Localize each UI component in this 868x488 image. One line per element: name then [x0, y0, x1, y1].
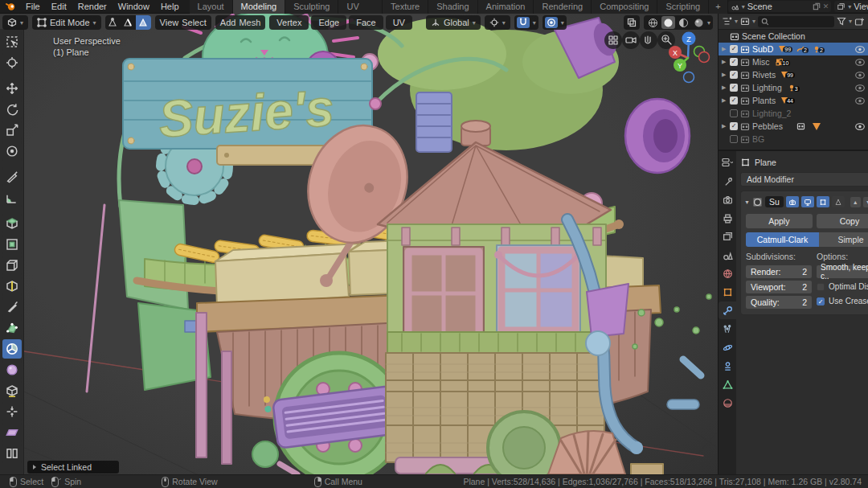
realtime-visibility-toggle[interactable] — [801, 196, 814, 207]
tab-physics[interactable] — [719, 338, 736, 356]
outliner-row-misc[interactable]: ▶ ✓ Misc 10 — [719, 55, 868, 68]
use-creases-row[interactable]: ✓ Use Creases — [817, 295, 868, 307]
edge-menu-button[interactable]: Edge — [311, 15, 346, 30]
tab-sculpting[interactable]: Sculpting — [285, 0, 338, 14]
tab-world[interactable] — [719, 265, 736, 282]
menu-view[interactable]: View — [160, 18, 179, 27]
outliner-row-rivets[interactable]: ▶ ✓ Rivets 99 — [719, 68, 868, 81]
expand-down-icon[interactable]: ▼ — [744, 199, 750, 205]
expand-icon[interactable]: ▶ — [722, 84, 727, 91]
transform-orientation[interactable]: Global ▾ — [426, 15, 481, 30]
operator-panel-collapsed[interactable]: Select Linked — [27, 461, 119, 474]
viewport-scene[interactable]: Suzie's — [0, 14, 718, 474]
eye-icon[interactable] — [855, 59, 865, 66]
outliner-search[interactable] — [758, 16, 834, 27]
editor-type-button[interactable]: ▾ — [2, 15, 28, 30]
apply-button[interactable]: Apply — [746, 214, 813, 228]
tool-edge-slide[interactable] — [2, 381, 22, 400]
tab-modeling[interactable]: Modeling — [233, 0, 286, 14]
tool-shear[interactable] — [2, 423, 22, 442]
scene-collection-row[interactable]: Scene Collection — [719, 30, 868, 43]
expand-icon[interactable]: ▶ — [722, 123, 727, 129]
outliner-row-bg[interactable]: BG — [719, 133, 868, 146]
move-modifier-down-button[interactable]: ▼ — [863, 197, 868, 207]
view-layer-selector[interactable]: ▾ View Layer ✕ — [834, 1, 868, 12]
tab-rendering[interactable]: Rendering — [534, 0, 592, 14]
outliner-row-plants[interactable]: ▶ ✓ Plants 44 — [719, 94, 868, 107]
editor-type-button[interactable] — [719, 154, 736, 171]
menu-mesh[interactable]: Mesh — [239, 18, 260, 27]
tab-layout[interactable]: Layout — [190, 0, 233, 14]
menu-render[interactable]: Render — [72, 0, 113, 14]
copy-button[interactable]: Copy — [817, 214, 868, 228]
expand-icon[interactable]: ▶ — [722, 97, 727, 104]
search-input[interactable] — [772, 16, 831, 27]
rendered-shading-icon[interactable] — [692, 16, 706, 29]
tool-annotate[interactable] — [2, 167, 22, 187]
add-modifier-dropdown[interactable]: Add Modifier ▾ — [740, 172, 868, 187]
add-workspace-button[interactable]: + — [709, 0, 727, 14]
pivot-point-button[interactable]: ▾ — [485, 15, 510, 30]
tab-texture-paint[interactable]: Texture Paint — [383, 0, 428, 14]
checkbox-checked[interactable]: ✓ — [730, 71, 738, 79]
tool-knife[interactable] — [2, 297, 22, 317]
quality-field[interactable]: Quality: 2 — [746, 296, 812, 309]
viewport-subdivisions-field[interactable]: Viewport: 2 — [746, 281, 812, 293]
scene-selector[interactable]: ▾ Scene ✕ — [728, 1, 832, 12]
menu-edit[interactable]: Edit — [46, 0, 72, 14]
checkbox-checked[interactable]: ✓ — [730, 122, 738, 130]
tool-select-box[interactable] — [2, 32, 22, 51]
display-mode-icon[interactable] — [722, 17, 732, 26]
menu-help[interactable]: Help — [155, 0, 185, 14]
proportional-edit-icon[interactable] — [545, 17, 558, 28]
expand-icon[interactable]: ▶ — [722, 59, 727, 65]
move-modifier-up-button[interactable]: ▲ — [850, 197, 861, 207]
tool-spin[interactable] — [2, 339, 22, 359]
scene-name[interactable]: Scene — [747, 2, 810, 11]
uv-smooth-dropdown[interactable]: Smooth, keep c.. ▾ — [817, 265, 868, 278]
menu-file[interactable]: File — [20, 0, 46, 14]
tab-output[interactable] — [719, 209, 736, 227]
tab-scene[interactable] — [719, 246, 736, 264]
tab-constraints[interactable] — [719, 357, 736, 375]
tool-poly-build[interactable] — [2, 318, 22, 338]
material-preview-icon[interactable] — [677, 16, 690, 29]
blender-logo-icon[interactable] — [0, 2, 20, 11]
eye-icon[interactable] — [855, 72, 865, 79]
face-select-icon[interactable] — [136, 15, 151, 30]
tool-bevel[interactable] — [2, 256, 22, 275]
render-visibility-toggle[interactable] — [786, 196, 799, 207]
tool-transform[interactable] — [2, 141, 22, 161]
eye-icon[interactable] — [855, 123, 865, 130]
viewport-3d[interactable]: Suzie's — [0, 14, 718, 474]
expand-icon[interactable]: ▶ — [722, 72, 727, 78]
tool-extrude-region[interactable] — [2, 214, 22, 233]
checkbox-checked[interactable]: ✓ — [730, 45, 738, 53]
menu-add[interactable]: Add — [220, 18, 236, 27]
tab-particles[interactable] — [719, 320, 736, 338]
edge-select-icon[interactable] — [121, 15, 136, 30]
outliner-row-subd[interactable]: ▶ ✓ SubD 99 2 2 — [719, 43, 868, 55]
tool-scale[interactable] — [2, 121, 22, 140]
checkbox-unchecked[interactable] — [730, 135, 738, 143]
tool-rotate[interactable] — [2, 100, 22, 119]
solid-shading-icon[interactable] — [661, 16, 675, 29]
checkbox-unchecked[interactable] — [817, 283, 825, 291]
filter-collection-icon[interactable] — [740, 17, 750, 26]
checkbox-checked[interactable]: ✓ — [817, 297, 825, 306]
eye-icon[interactable] — [855, 84, 865, 92]
tool-inset-faces[interactable] — [2, 235, 22, 254]
expand-icon[interactable]: ▶ — [722, 46, 727, 52]
outliner-row-lighting-2[interactable]: Lighting_2 — [719, 107, 868, 120]
tab-uv-editing[interactable]: UV Editing — [338, 0, 383, 14]
tool-loop-cut[interactable] — [2, 277, 22, 296]
tab-object-data[interactable] — [719, 375, 736, 393]
snap-magnet-icon[interactable] — [517, 17, 530, 28]
checkbox-checked[interactable]: ✓ — [730, 84, 738, 92]
checkbox-checked[interactable]: ✓ — [730, 58, 738, 66]
tool-shrink-fatten[interactable] — [2, 402, 22, 421]
viewport-nav-buttons[interactable] — [604, 31, 675, 49]
optimal-display-row[interactable]: Optimal Displ.. — [817, 281, 868, 293]
checkbox-checked[interactable]: ✓ — [730, 96, 738, 105]
outliner-row-lighting[interactable]: ▶ ✓ Lighting 3 — [719, 81, 868, 94]
